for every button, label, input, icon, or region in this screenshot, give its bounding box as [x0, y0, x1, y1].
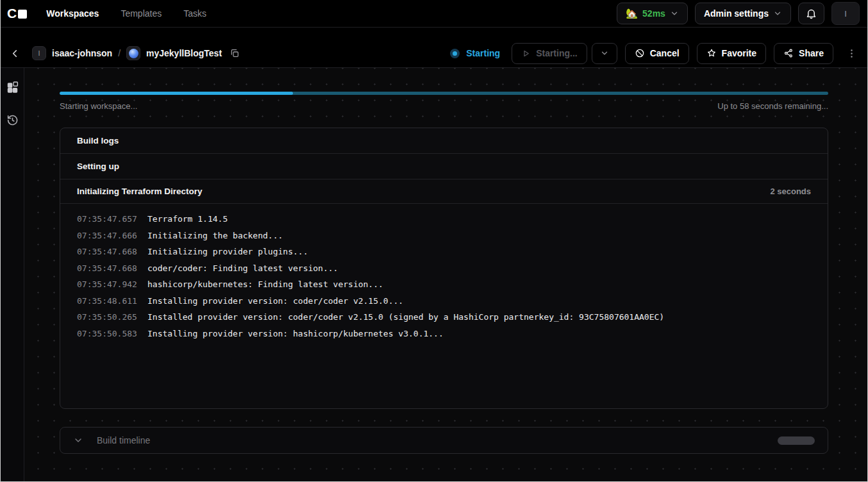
build-stage-row: Setting up — [60, 154, 828, 179]
share-button-label: Share — [799, 48, 824, 58]
start-button[interactable]: Starting... — [512, 43, 587, 64]
more-options-button[interactable] — [845, 46, 858, 62]
chevron-left-icon — [10, 48, 21, 59]
notifications-button[interactable] — [798, 3, 824, 24]
nav-tasks[interactable]: Tasks — [183, 8, 206, 19]
start-options-button[interactable] — [592, 43, 617, 64]
latency-region-button[interactable]: 🏡 52ms — [617, 3, 688, 24]
admin-settings-button[interactable]: Admin settings — [695, 3, 791, 24]
log-line: 07:35:47.666Initializing the backend... — [77, 228, 811, 244]
favorite-button-label: Favorite — [722, 48, 756, 58]
log-message: Installing provider version: hashicorp/k… — [147, 326, 444, 342]
bell-icon — [805, 8, 817, 20]
user-avatar-button[interactable]: I — [831, 2, 860, 25]
log-timestamp: 07:35:47.942 — [77, 276, 147, 293]
timeline-loading-skeleton — [778, 436, 815, 445]
log-timestamp: 07:35:47.666 — [77, 228, 147, 244]
build-logs-header: Build logs — [60, 128, 828, 154]
log-line: 07:35:47.657Terraform 1.14.5 — [77, 211, 811, 228]
primary-nav: Workspaces Templates Tasks — [46, 8, 206, 19]
build-stage-label: Setting up — [77, 162, 119, 171]
template-avatar-icon — [129, 49, 138, 58]
start-button-label: Starting... — [536, 48, 578, 58]
top-navbar: C Workspaces Templates Tasks 🏡 52ms Admi… — [1, 0, 867, 28]
cancel-button-label: Cancel — [650, 48, 680, 58]
resources-tab-button[interactable] — [4, 79, 21, 96]
chevron-down-icon — [600, 49, 609, 58]
log-line: 07:35:50.583Installing provider version:… — [77, 326, 811, 342]
log-lines: 07:35:47.657Terraform 1.14.507:35:47.666… — [60, 204, 828, 408]
copy-workspace-name-button[interactable] — [228, 47, 241, 60]
status-label: Starting — [466, 48, 500, 58]
log-message: Initializing provider plugins... — [147, 244, 308, 260]
log-message: Initializing the backend... — [147, 228, 283, 244]
star-icon — [706, 48, 717, 58]
breadcrumb-owner[interactable]: isaac-johnson — [52, 48, 112, 58]
log-line: 07:35:47.942hashicorp/kubernetes: Findin… — [77, 276, 811, 293]
workspace-header-left: I isaac-johnson / myJekyllBlogTest — [7, 46, 241, 62]
admin-settings-label: Admin settings — [704, 8, 769, 19]
share-button[interactable]: Share — [774, 43, 833, 64]
build-timeline-label: Build timeline — [97, 435, 150, 445]
build-progress-bar — [60, 92, 828, 95]
back-button[interactable] — [7, 46, 23, 62]
coder-logo-mark-icon — [18, 10, 27, 19]
copy-icon — [230, 48, 240, 58]
chevron-down-icon — [773, 9, 782, 18]
share-nodes-icon — [783, 48, 794, 58]
chevron-down-icon — [670, 9, 679, 18]
log-section-duration: 2 seconds — [770, 187, 811, 196]
log-line: 07:35:47.668coder/coder: Finding latest … — [77, 260, 811, 277]
log-timestamp: 07:35:47.657 — [77, 211, 147, 228]
history-tab-button[interactable] — [4, 112, 21, 128]
log-timestamp: 07:35:50.265 — [77, 309, 147, 326]
progress-remaining-text: Up to 58 seconds remaining... — [717, 101, 828, 111]
ban-icon — [635, 48, 645, 58]
workspace-actions: Starting Starting... Cancel Favorite — [450, 43, 858, 64]
build-logs-title: Build logs — [77, 136, 119, 145]
log-timestamp: 07:35:47.668 — [77, 244, 147, 260]
log-message: Installing provider version: coder/coder… — [147, 293, 403, 310]
owner-avatar: I — [32, 46, 46, 60]
progress-status-text: Starting workspace... — [60, 101, 137, 111]
coder-logo[interactable]: C — [7, 6, 27, 21]
log-line: 07:35:48.611Installing provider version:… — [77, 293, 811, 310]
coder-logo-text: C — [7, 6, 16, 21]
log-message: Installed provider version: coder/coder … — [147, 309, 664, 326]
chevron-down-icon — [73, 435, 83, 445]
log-timestamp: 07:35:48.611 — [77, 293, 147, 310]
log-message: hashicorp/kubernetes: Finding latest ver… — [147, 276, 383, 293]
workspace-status-badge: Starting — [450, 48, 500, 58]
log-message: Terraform 1.14.5 — [147, 211, 228, 228]
start-button-group: Starting... — [512, 43, 617, 64]
cancel-button[interactable]: Cancel — [625, 43, 689, 64]
breadcrumb-separator: / — [118, 48, 121, 58]
history-clock-icon — [6, 113, 19, 127]
workspace-name: myJekyllBlogTest — [146, 48, 222, 58]
play-icon — [521, 49, 531, 58]
workspace-header-bar: I isaac-johnson / myJekyllBlogTest Start… — [1, 28, 867, 68]
template-avatar — [126, 46, 140, 60]
coder-app-window: C Workspaces Templates Tasks 🏡 52ms Admi… — [0, 0, 868, 482]
topbar-right: 🏡 52ms Admin settings I — [617, 2, 860, 25]
nav-workspaces[interactable]: Workspaces — [46, 8, 99, 19]
log-line: 07:35:50.265Installed provider version: … — [77, 309, 811, 326]
latency-value: 52ms — [642, 8, 665, 19]
build-logs-panel: Build logs Setting up Initializing Terra… — [60, 128, 828, 409]
owner-avatar-initial: I — [38, 49, 40, 57]
log-timestamp: 07:35:47.668 — [77, 260, 147, 277]
favorite-button[interactable]: Favorite — [697, 43, 766, 64]
nav-templates[interactable]: Templates — [121, 8, 162, 19]
breadcrumb: I isaac-johnson / myJekyllBlogTest — [32, 46, 241, 60]
status-dot-icon — [450, 49, 460, 58]
progress-fill — [60, 92, 293, 95]
workspace-content: Starting workspace... Up to 58 seconds r… — [24, 68, 867, 481]
main-area: Starting workspace... Up to 58 seconds r… — [1, 68, 867, 481]
log-section-title: Initializing Terraform Directory — [77, 187, 203, 196]
blocks-grid-icon — [6, 81, 19, 94]
build-timeline-toggle[interactable]: Build timeline — [60, 427, 828, 454]
log-timestamp: 07:35:50.583 — [77, 326, 147, 342]
kebab-menu-icon — [846, 48, 857, 59]
region-house-emoji-icon: 🏡 — [626, 8, 638, 19]
workspace-sidebar — [1, 68, 24, 481]
